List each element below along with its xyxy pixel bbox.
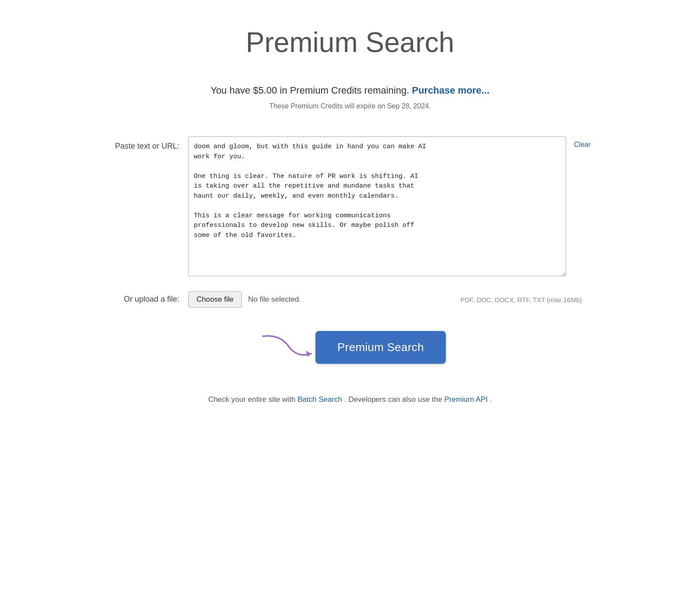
choose-file-button[interactable]: Choose file: [188, 291, 242, 308]
curved-arrow-icon: [254, 330, 324, 365]
premium-search-button[interactable]: Premium Search: [315, 331, 446, 364]
file-types-text: PDF, DOC, DOCX, RTF, TXT (max 16Mb): [460, 296, 591, 303]
credits-balance: You have $5.00 in Premium Credits remain…: [210, 85, 490, 96]
credits-balance-text: You have $5.00 in Premium Credits remain…: [210, 85, 409, 96]
file-input-area: Choose file No file selected. PDF, DOC, …: [188, 291, 591, 308]
purchase-more-link[interactable]: Purchase more...: [412, 85, 489, 96]
batch-search-link[interactable]: Batch Search: [298, 395, 342, 404]
footer-text-between: . Developers can also use the: [344, 395, 444, 404]
premium-api-link[interactable]: Premium API: [444, 395, 487, 404]
arrow-wrapper: [254, 330, 324, 365]
svg-marker-0: [306, 351, 311, 357]
file-label: Or upload a file:: [109, 294, 188, 305]
form-section: Paste text or URL: Clear Or upload a fil…: [109, 136, 591, 395]
textarea-label: Paste text or URL:: [109, 136, 188, 152]
text-input[interactable]: [188, 136, 566, 276]
page-title: Premium Search: [246, 26, 455, 59]
textarea-row: Paste text or URL: Clear: [109, 136, 591, 278]
file-upload-row: Or upload a file: Choose file No file se…: [109, 291, 591, 308]
footer-text: Check your entire site with Batch Search…: [208, 395, 492, 404]
footer-text-after: .: [490, 395, 492, 404]
credits-expiry: These Premium Credits will expire on Sep…: [269, 102, 430, 110]
footer-text-before-batch: Check your entire site with: [208, 395, 298, 404]
clear-link[interactable]: Clear: [574, 136, 591, 149]
textarea-wrapper: [188, 136, 566, 278]
submit-row: Premium Search: [109, 330, 591, 365]
no-file-text: No file selected.: [248, 295, 301, 304]
